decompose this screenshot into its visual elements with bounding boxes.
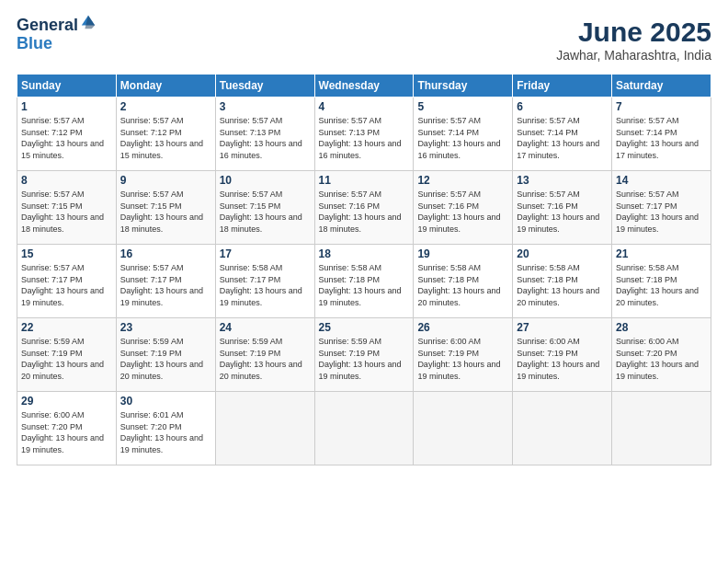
calendar-cell: 27Sunrise: 6:00 AMSunset: 7:19 PMDayligh… (513, 318, 612, 392)
cell-info: Sunrise: 5:57 AMSunset: 7:14 PMDaylight:… (517, 115, 608, 161)
cell-info: Sunrise: 5:58 AMSunset: 7:17 PMDaylight:… (220, 262, 311, 308)
cell-info: Sunrise: 6:00 AMSunset: 7:20 PMDaylight:… (616, 336, 707, 382)
calendar-cell: 7Sunrise: 5:57 AMSunset: 7:14 PMDaylight… (612, 98, 711, 171)
col-header-monday: Monday (116, 75, 215, 98)
cell-info: Sunrise: 5:57 AMSunset: 7:16 PMDaylight:… (319, 189, 410, 235)
cell-info: Sunrise: 5:57 AMSunset: 7:13 PMDaylight:… (319, 115, 410, 161)
calendar-cell: 18Sunrise: 5:58 AMSunset: 7:18 PMDayligh… (314, 245, 414, 318)
day-number: 3 (220, 100, 311, 113)
calendar-cell: 9Sunrise: 5:57 AMSunset: 7:15 PMDaylight… (116, 171, 215, 245)
day-number: 16 (120, 247, 211, 260)
week-row-2: 8Sunrise: 5:57 AMSunset: 7:15 PMDaylight… (17, 171, 711, 245)
cell-info: Sunrise: 5:59 AMSunset: 7:19 PMDaylight:… (120, 336, 211, 382)
day-number: 6 (517, 100, 608, 113)
calendar-cell: 20Sunrise: 5:58 AMSunset: 7:18 PMDayligh… (513, 245, 612, 318)
day-number: 24 (220, 321, 311, 334)
calendar-cell: 23Sunrise: 5:59 AMSunset: 7:19 PMDayligh… (116, 318, 215, 392)
day-number: 27 (517, 321, 608, 334)
title-block: June 2025 Jawhar, Maharashtra, India (556, 17, 711, 63)
day-number: 13 (517, 174, 608, 187)
calendar-cell: 3Sunrise: 5:57 AMSunset: 7:13 PMDaylight… (215, 98, 314, 171)
day-number: 28 (616, 321, 707, 334)
day-number: 18 (319, 247, 410, 260)
day-number: 14 (616, 174, 707, 187)
week-row-3: 15Sunrise: 5:57 AMSunset: 7:17 PMDayligh… (17, 245, 711, 318)
day-number: 2 (120, 100, 211, 113)
calendar-cell: 21Sunrise: 5:58 AMSunset: 7:18 PMDayligh… (612, 245, 711, 318)
col-header-sunday: Sunday (17, 75, 117, 98)
cell-info: Sunrise: 5:57 AMSunset: 7:12 PMDaylight:… (120, 115, 211, 161)
page: General Blue June 2025 Jawhar, Maharasht… (0, 0, 728, 563)
cell-info: Sunrise: 5:57 AMSunset: 7:15 PMDaylight:… (21, 189, 112, 235)
day-number: 30 (120, 395, 211, 408)
calendar-table: SundayMondayTuesdayWednesdayThursdayFrid… (17, 74, 711, 465)
calendar-cell: 10Sunrise: 5:57 AMSunset: 7:15 PMDayligh… (215, 171, 314, 245)
day-number: 9 (120, 174, 211, 187)
day-number: 19 (417, 247, 508, 260)
cell-info: Sunrise: 6:01 AMSunset: 7:20 PMDaylight:… (120, 409, 211, 455)
cell-info: Sunrise: 5:57 AMSunset: 7:16 PMDaylight:… (517, 189, 608, 235)
calendar-cell (513, 392, 612, 465)
day-number: 8 (21, 174, 112, 187)
calendar-cell: 19Sunrise: 5:58 AMSunset: 7:18 PMDayligh… (414, 245, 513, 318)
day-number: 21 (616, 247, 707, 260)
calendar-cell: 16Sunrise: 5:57 AMSunset: 7:17 PMDayligh… (116, 245, 215, 318)
logo-text-line1: General (17, 17, 78, 35)
cell-info: Sunrise: 6:00 AMSunset: 7:20 PMDaylight:… (21, 409, 112, 455)
calendar-cell: 13Sunrise: 5:57 AMSunset: 7:16 PMDayligh… (513, 171, 612, 245)
calendar-cell: 30Sunrise: 6:01 AMSunset: 7:20 PMDayligh… (116, 392, 215, 465)
day-number: 26 (417, 321, 508, 334)
calendar-cell (215, 392, 314, 465)
week-row-1: 1Sunrise: 5:57 AMSunset: 7:12 PMDaylight… (17, 98, 711, 171)
day-number: 11 (319, 174, 410, 187)
week-row-4: 22Sunrise: 5:59 AMSunset: 7:19 PMDayligh… (17, 318, 711, 392)
calendar-cell: 11Sunrise: 5:57 AMSunset: 7:16 PMDayligh… (314, 171, 414, 245)
cell-info: Sunrise: 5:57 AMSunset: 7:15 PMDaylight:… (120, 189, 211, 235)
col-header-tuesday: Tuesday (215, 75, 314, 98)
calendar-cell: 6Sunrise: 5:57 AMSunset: 7:14 PMDaylight… (513, 98, 612, 171)
cell-info: Sunrise: 5:58 AMSunset: 7:18 PMDaylight:… (417, 262, 508, 308)
logo-text-line2: Blue (17, 35, 97, 53)
header: General Blue June 2025 Jawhar, Maharasht… (17, 17, 711, 63)
logo-icon (80, 14, 97, 30)
day-number: 4 (319, 100, 410, 113)
calendar-cell: 15Sunrise: 5:57 AMSunset: 7:17 PMDayligh… (17, 245, 117, 318)
col-header-thursday: Thursday (414, 75, 513, 98)
logo: General Blue (17, 17, 97, 53)
day-number: 1 (21, 100, 112, 113)
cell-info: Sunrise: 5:57 AMSunset: 7:12 PMDaylight:… (21, 115, 112, 161)
col-header-friday: Friday (513, 75, 612, 98)
cell-info: Sunrise: 5:57 AMSunset: 7:13 PMDaylight:… (220, 115, 311, 161)
cell-info: Sunrise: 5:57 AMSunset: 7:14 PMDaylight:… (417, 115, 508, 161)
col-header-wednesday: Wednesday (314, 75, 414, 98)
day-number: 5 (417, 100, 508, 113)
cell-info: Sunrise: 5:57 AMSunset: 7:17 PMDaylight:… (120, 262, 211, 308)
cell-info: Sunrise: 5:59 AMSunset: 7:19 PMDaylight:… (220, 336, 311, 382)
calendar-cell (314, 392, 414, 465)
calendar-cell: 4Sunrise: 5:57 AMSunset: 7:13 PMDaylight… (314, 98, 414, 171)
cell-info: Sunrise: 5:57 AMSunset: 7:17 PMDaylight:… (616, 189, 707, 235)
calendar-cell: 2Sunrise: 5:57 AMSunset: 7:12 PMDaylight… (116, 98, 215, 171)
cell-info: Sunrise: 6:00 AMSunset: 7:19 PMDaylight:… (517, 336, 608, 382)
day-number: 20 (517, 247, 608, 260)
calendar-cell: 12Sunrise: 5:57 AMSunset: 7:16 PMDayligh… (414, 171, 513, 245)
cell-info: Sunrise: 5:57 AMSunset: 7:15 PMDaylight:… (220, 189, 311, 235)
cell-info: Sunrise: 5:59 AMSunset: 7:19 PMDaylight:… (21, 336, 112, 382)
day-number: 22 (21, 321, 112, 334)
cell-info: Sunrise: 5:58 AMSunset: 7:18 PMDaylight:… (616, 262, 707, 308)
cell-info: Sunrise: 5:58 AMSunset: 7:18 PMDaylight:… (517, 262, 608, 308)
day-number: 29 (21, 395, 112, 408)
calendar-cell: 14Sunrise: 5:57 AMSunset: 7:17 PMDayligh… (612, 171, 711, 245)
week-row-5: 29Sunrise: 6:00 AMSunset: 7:20 PMDayligh… (17, 392, 711, 465)
calendar-cell: 25Sunrise: 5:59 AMSunset: 7:19 PMDayligh… (314, 318, 414, 392)
day-number: 15 (21, 247, 112, 260)
location-title: Jawhar, Maharashtra, India (556, 48, 711, 63)
cell-info: Sunrise: 5:57 AMSunset: 7:14 PMDaylight:… (616, 115, 707, 161)
cell-info: Sunrise: 6:00 AMSunset: 7:19 PMDaylight:… (417, 336, 508, 382)
calendar-header-row: SundayMondayTuesdayWednesdayThursdayFrid… (17, 75, 711, 98)
calendar-cell (414, 392, 513, 465)
calendar-cell: 28Sunrise: 6:00 AMSunset: 7:20 PMDayligh… (612, 318, 711, 392)
calendar-cell: 1Sunrise: 5:57 AMSunset: 7:12 PMDaylight… (17, 98, 117, 171)
day-number: 25 (319, 321, 410, 334)
calendar-cell: 22Sunrise: 5:59 AMSunset: 7:19 PMDayligh… (17, 318, 117, 392)
